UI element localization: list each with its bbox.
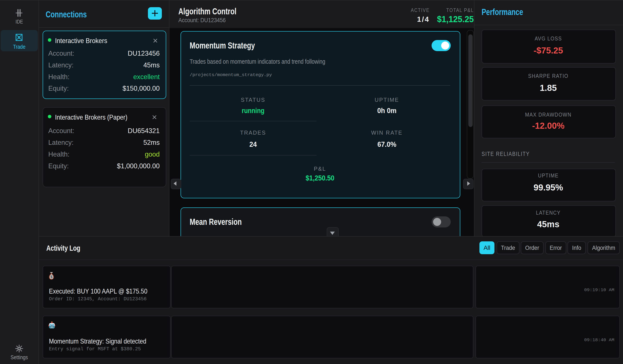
svg-text:$: $ [50,275,53,279]
